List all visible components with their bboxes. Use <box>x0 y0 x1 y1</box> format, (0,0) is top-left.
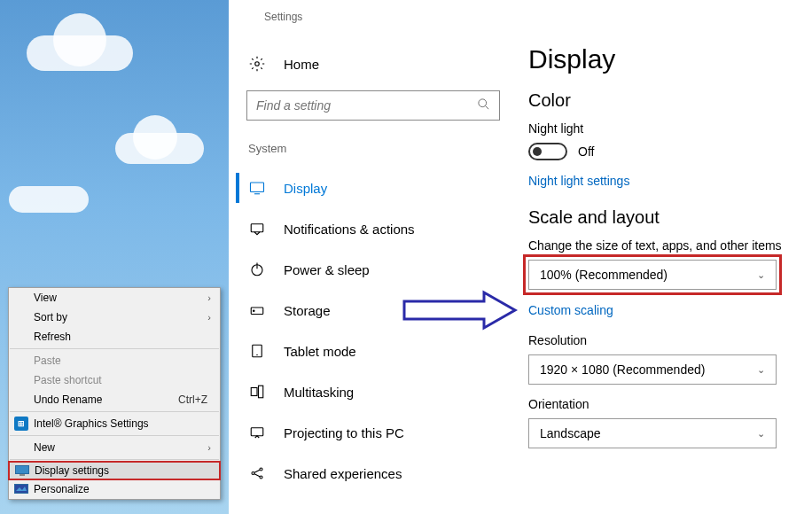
section-label: System <box>236 136 511 167</box>
menu-display-settings[interactable]: Display settings <box>8 461 221 480</box>
svg-rect-16 <box>259 386 263 398</box>
resolution-label: Resolution <box>528 333 803 347</box>
display-icon <box>246 180 268 196</box>
color-heading: Color <box>528 90 803 111</box>
svg-point-19 <box>260 468 262 471</box>
settings-content: Display Color Night light Off Night ligh… <box>528 44 803 461</box>
tablet-icon <box>246 343 268 359</box>
submenu-arrow-icon: › <box>207 442 211 453</box>
night-light-settings-link[interactable]: Night light settings <box>528 174 629 188</box>
menu-paste: Paste <box>9 351 220 370</box>
night-light-label: Night light <box>528 121 803 136</box>
scale-dropdown[interactable]: 100% (Recommended) ⌄ <box>528 260 777 290</box>
menu-sort-by[interactable]: Sort by › <box>9 308 220 327</box>
submenu-arrow-icon: › <box>207 292 211 303</box>
svg-rect-17 <box>251 428 263 436</box>
personalize-icon <box>14 482 28 496</box>
nav-projecting[interactable]: Projecting to this PC <box>236 412 511 453</box>
resolution-dropdown[interactable]: 1920 × 1080 (Recommended) ⌄ <box>528 354 777 385</box>
search-field[interactable] <box>256 98 477 113</box>
projecting-icon <box>246 424 268 440</box>
svg-rect-0 <box>16 466 29 474</box>
orientation-dropdown[interactable]: Landscape ⌄ <box>528 418 777 448</box>
menu-paste-shortcut: Paste shortcut <box>9 370 220 390</box>
svg-rect-6 <box>251 183 264 192</box>
svg-rect-1 <box>20 474 25 476</box>
desktop-context-menu: View › Sort by › Refresh Paste Paste sho… <box>8 287 221 500</box>
menu-personalize[interactable]: Personalize <box>9 479 220 499</box>
svg-rect-8 <box>251 224 263 232</box>
search-input[interactable] <box>246 90 500 121</box>
svg-point-12 <box>254 310 255 312</box>
menu-new[interactable]: New › <box>9 438 220 457</box>
display-settings-icon <box>15 463 29 478</box>
menu-refresh[interactable]: Refresh <box>9 327 220 347</box>
nav-shared-experiences[interactable]: Shared experiences <box>236 453 511 494</box>
multitasking-icon <box>246 384 268 400</box>
search-icon <box>477 97 490 114</box>
svg-rect-2 <box>15 485 28 494</box>
scale-heading: Scale and layout <box>528 207 803 228</box>
power-icon <box>246 261 268 277</box>
nav-display[interactable]: Display <box>236 167 511 208</box>
app-title: Settings <box>264 11 302 23</box>
settings-window: Settings Home System Display Notificat <box>229 0 812 514</box>
nav-multitasking[interactable]: Multitasking <box>236 371 511 412</box>
storage-icon <box>246 302 268 318</box>
svg-point-3 <box>255 62 260 66</box>
svg-point-4 <box>479 98 487 106</box>
chevron-down-icon: ⌄ <box>757 269 765 281</box>
chevron-down-icon: ⌄ <box>757 364 765 376</box>
submenu-arrow-icon: › <box>207 312 211 323</box>
page-title: Display <box>528 44 803 74</box>
orientation-label: Orientation <box>528 397 803 411</box>
svg-point-20 <box>260 476 262 479</box>
home-button[interactable]: Home <box>236 43 511 85</box>
chevron-down-icon: ⌄ <box>757 428 765 440</box>
home-label: Home <box>284 57 319 72</box>
scale-label: Change the size of text, apps, and other… <box>528 238 803 253</box>
svg-line-5 <box>485 105 488 109</box>
settings-sidebar: Home System Display Notifications & acti… <box>236 43 511 494</box>
nav-tablet-mode[interactable]: Tablet mode <box>236 331 511 371</box>
shared-icon <box>246 465 268 481</box>
svg-rect-15 <box>251 388 257 396</box>
shortcut-label: Ctrl+Z <box>178 393 207 406</box>
nav-notifications[interactable]: Notifications & actions <box>236 208 511 249</box>
svg-point-18 <box>252 472 254 475</box>
night-light-state: Off <box>578 144 594 159</box>
menu-undo-rename[interactable]: Undo Rename Ctrl+Z <box>9 390 220 409</box>
scale-value: 100% (Recommended) <box>540 268 668 282</box>
nav-power-sleep[interactable]: Power & sleep <box>236 249 511 290</box>
custom-scaling-link[interactable]: Custom scaling <box>528 303 613 317</box>
orientation-value: Landscape <box>540 426 601 440</box>
nav-storage[interactable]: Storage <box>236 290 511 331</box>
menu-view[interactable]: View › <box>9 288 220 308</box>
menu-intel-graphics[interactable]: ⊞ Intel® Graphics Settings <box>9 414 220 433</box>
intel-icon: ⊞ <box>14 417 28 431</box>
gear-icon <box>246 56 268 72</box>
resolution-value: 1920 × 1080 (Recommended) <box>540 362 705 377</box>
notifications-icon <box>246 221 268 237</box>
night-light-toggle[interactable] <box>528 143 567 160</box>
